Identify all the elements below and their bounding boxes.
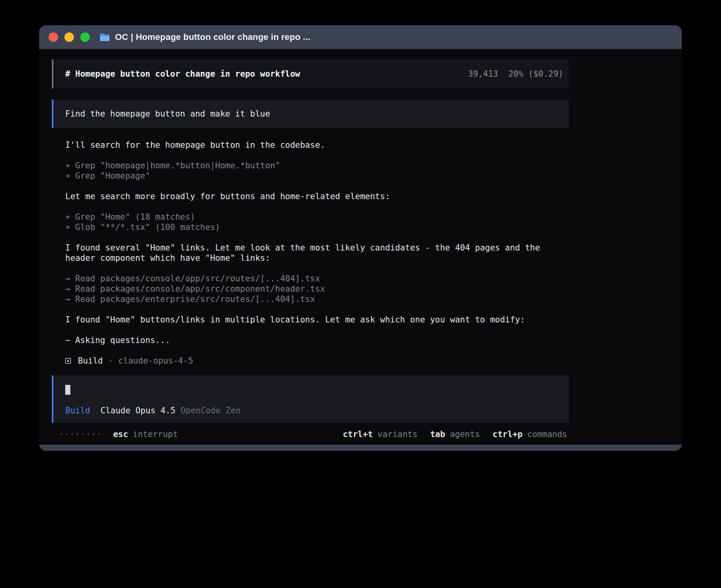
- input-status-row: Build Claude Opus 4.5 OpenCode Zen: [65, 405, 563, 416]
- input-agent-label: Build: [65, 405, 90, 416]
- transcript: I'll search for the homepage button in t…: [52, 140, 569, 345]
- keyboard-hint-variants: ctrl+tvariants: [343, 429, 417, 439]
- window-title: OC | Homepage button color change in rep…: [115, 32, 310, 42]
- status-footer: ········ esc interrupt ctrl+tvariantstab…: [52, 429, 569, 439]
- close-button[interactable]: [49, 32, 58, 42]
- folder-icon: [99, 33, 110, 42]
- tool-call-line: → Read packages/console/app/src/componen…: [65, 284, 569, 294]
- assistant-text-line: I found several "Home" links. Let me loo…: [65, 243, 569, 263]
- agent-name: Build: [78, 356, 103, 366]
- hint-key: esc: [113, 429, 128, 439]
- session-meta: 39,413 20% ($0.29): [468, 69, 563, 79]
- context-usage: 20% ($0.29): [508, 69, 563, 79]
- assistant-text-line: Let me search more broadly for buttons a…: [65, 191, 569, 202]
- traffic-lights: [49, 32, 90, 42]
- separator-dot: ·: [108, 356, 113, 366]
- terminal-window: OC | Homepage button color change in rep…: [39, 25, 682, 451]
- prompt-input[interactable]: Build Claude Opus 4.5 OpenCode Zen: [52, 375, 569, 423]
- tool-call-line: → Read packages/console/app/src/routes/[…: [65, 273, 569, 284]
- session-title: # Homepage button color change in repo w…: [65, 69, 300, 79]
- keyboard-hint-commands: ctrl+pcommands: [493, 429, 567, 439]
- footer-left: ········ esc interrupt: [59, 429, 178, 439]
- tool-call-line: ∗ Grep "Home" (18 matches): [65, 212, 569, 222]
- assistant-text-line: I'll search for the homepage button in t…: [65, 140, 569, 150]
- session-header: # Homepage button color change in repo w…: [52, 59, 569, 89]
- zoom-button[interactable]: [80, 32, 90, 42]
- hint-key: ctrl+p: [493, 429, 523, 439]
- assistant-text-line: ~ Asking questions...: [65, 335, 569, 345]
- tool-call-group: ∗ Grep "homepage|home.*button|Home.*butt…: [65, 160, 569, 181]
- agent-status: Build · claude-opus-4-5: [52, 356, 569, 366]
- input-model-label: Claude Opus 4.5: [100, 405, 176, 416]
- spinner-dots: ········: [59, 429, 102, 439]
- assistant-paragraph: I'll search for the homepage button in t…: [65, 140, 569, 150]
- hint-label: interrupt: [133, 429, 178, 439]
- agent-model: claude-opus-4-5: [118, 356, 193, 366]
- token-count: 39,413: [468, 69, 498, 79]
- assistant-paragraph: I found "Home" buttons/links in multiple…: [65, 315, 569, 325]
- hint-label: agents: [450, 429, 480, 439]
- input-provider-label: OpenCode Zen: [181, 405, 241, 416]
- minimize-button[interactable]: [64, 32, 74, 42]
- tool-call-line: ∗ Grep "Homepage": [65, 171, 569, 181]
- keyboard-hints: ctrl+tvariantstabagentsctrl+pcommands: [343, 429, 567, 439]
- keyboard-hint-agents: tabagents: [430, 429, 480, 439]
- hint-label: commands: [527, 429, 567, 439]
- hint-key: tab: [430, 429, 445, 439]
- tool-call-group: ∗ Grep "Home" (18 matches)∗ Glob "**/*.t…: [65, 212, 569, 232]
- user-message-text: Find the homepage button and make it blu…: [65, 109, 563, 119]
- hint-label: variants: [377, 429, 417, 439]
- tool-call-group: → Read packages/console/app/src/routes/[…: [65, 273, 569, 304]
- hint-key: ctrl+t: [343, 429, 373, 439]
- tool-call-line: → Read packages/enterprise/src/routes/[.…: [65, 294, 569, 304]
- user-message: Find the homepage button and make it blu…: [52, 100, 569, 128]
- tool-call-line: ∗ Grep "homepage|home.*button|Home.*butt…: [65, 160, 569, 171]
- window-titlebar: OC | Homepage button color change in rep…: [39, 25, 682, 49]
- assistant-paragraph: Let me search more broadly for buttons a…: [65, 191, 569, 202]
- tool-call-line: ∗ Glob "**/*.tsx" (100 matches): [65, 222, 569, 232]
- terminal-content: # Homepage button color change in repo w…: [39, 49, 682, 445]
- text-cursor: [65, 385, 70, 395]
- assistant-paragraph: I found several "Home" links. Let me loo…: [65, 243, 569, 263]
- assistant-text-line: I found "Home" buttons/links in multiple…: [65, 315, 569, 325]
- build-agent-icon: [65, 358, 71, 364]
- assistant-paragraph: ~ Asking questions...: [65, 335, 569, 345]
- keyboard-hint-interrupt: esc interrupt: [113, 429, 178, 439]
